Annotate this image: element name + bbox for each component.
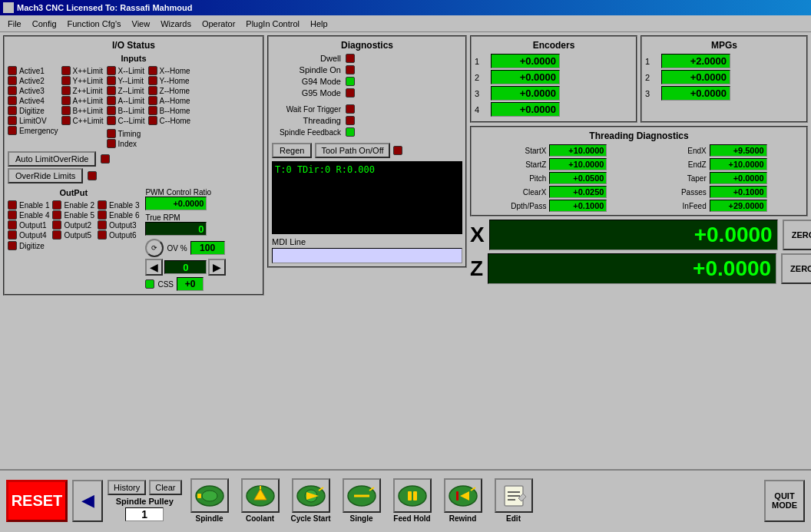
svg-point-13 [399, 486, 426, 506]
true-rpm-value[interactable] [145, 222, 207, 236]
bhome-label: B--Home [160, 107, 190, 115]
menu-wizards[interactable]: Wizards [156, 18, 196, 30]
coolant-tool-btn[interactable]: Coolant [237, 478, 283, 523]
regen-btn[interactable]: Regen [272, 143, 312, 158]
index-led [107, 139, 116, 148]
mpg3-num: 3 [645, 89, 657, 98]
override-limits-led [88, 171, 97, 180]
clearx-label: ClearX [475, 188, 548, 197]
ov-value[interactable] [190, 241, 225, 255]
x-zero-btn[interactable]: ZERO [783, 220, 811, 250]
reset-btn[interactable]: RESET [6, 480, 68, 522]
startx-value[interactable] [549, 144, 607, 157]
out1-led [8, 220, 17, 230]
menu-plugin-control[interactable]: PlugIn Control [241, 18, 304, 30]
spindle-tool-btn[interactable]: Spindle [187, 478, 233, 523]
infeed-value[interactable] [710, 200, 767, 212]
menu-help[interactable]: Help [306, 18, 333, 30]
bpp-label: B++Limit [73, 107, 103, 115]
dpthpass-value[interactable] [549, 200, 607, 212]
taper-label: Taper [645, 174, 708, 183]
app-icon [3, 2, 14, 13]
feed-hold-tool-btn[interactable]: Feed Hold [389, 478, 435, 523]
ov-increase-btn[interactable]: ▶ [208, 259, 226, 276]
mpg2-value[interactable] [661, 70, 730, 84]
z-value[interactable] [488, 253, 776, 284]
active4-label: Active4 [19, 97, 45, 105]
mpg2-num: 2 [645, 73, 657, 82]
xpp-label: X++Limit [73, 67, 103, 75]
emergency-led [8, 126, 17, 135]
css-value[interactable] [177, 277, 204, 291]
single-tool-btn[interactable]: Single [339, 478, 385, 523]
cycle-start-icon [292, 478, 330, 513]
app-label: A++Limit [73, 97, 103, 105]
spindle-pulley-label: Spindle Pulley [116, 497, 174, 506]
io-status-title: I/O Status [8, 40, 260, 51]
menu-view[interactable]: View [127, 18, 155, 30]
menu-operator[interactable]: Operator [197, 18, 240, 30]
amm-label: A--Limit [118, 97, 144, 105]
spindle-pulley-value[interactable] [125, 507, 164, 521]
title-text: Mach3 CNC Licensed To: Rassafi Mahmoud [17, 3, 192, 12]
enc2-value[interactable] [491, 70, 560, 84]
clear-btn[interactable]: Clear [149, 480, 181, 495]
z-zero-btn[interactable]: ZERO [781, 253, 811, 284]
mpg3-value[interactable] [661, 86, 730, 101]
threading-label: Threading [272, 116, 341, 125]
zpp-led [61, 86, 71, 95]
toolpath-led [393, 146, 402, 155]
endx-value[interactable] [710, 144, 767, 157]
bpp-led [61, 106, 71, 115]
yhome-led [148, 76, 157, 85]
ymm-label: Y--Limit [118, 77, 144, 85]
spindle-on-led [346, 65, 355, 74]
ypp-label: Y++Limit [73, 77, 103, 85]
edit-tool-btn[interactable]: Edit [491, 478, 537, 523]
taper-value[interactable] [710, 172, 767, 184]
g95-led [346, 88, 355, 97]
history-btn[interactable]: History [108, 480, 146, 495]
clearx-value[interactable] [549, 186, 607, 198]
css-led [145, 279, 154, 289]
enc1-value[interactable] [491, 54, 560, 68]
enc3-value[interactable] [491, 86, 560, 101]
passes-value[interactable] [710, 186, 767, 198]
input-col-4: X--Home Y--Home Z--Home A--Home B--Home … [148, 66, 191, 148]
g94-label: G94 Mode [272, 77, 341, 86]
pwm-value[interactable] [145, 197, 207, 210]
endz-value[interactable] [710, 158, 767, 170]
spindle-feedback-label: Spindle Feedback [272, 128, 341, 137]
zpp-label: Z++Limit [73, 87, 103, 95]
yhome-label: Y--Home [160, 77, 190, 85]
override-limits-btn[interactable]: OverRide Limits [8, 168, 83, 183]
timing-led [107, 129, 116, 138]
back-arrow-btn[interactable]: ◀ [72, 480, 103, 522]
auto-limit-override-btn[interactable]: Auto LimitOverRide [8, 151, 96, 167]
svg-rect-2 [197, 494, 201, 498]
cmm-label: C--Limit [118, 117, 145, 125]
menu-config[interactable]: Config [28, 18, 61, 30]
rewind-tool-btn[interactable]: Rewind [440, 478, 486, 523]
menu-bar: File Config Function Cfg's View Wizards … [0, 15, 811, 32]
menu-file[interactable]: File [3, 18, 26, 30]
reset-button-small[interactable]: ⟳ [145, 239, 164, 257]
wait-trigger-label: Wait For Trigger [272, 105, 341, 114]
pitch-value[interactable] [549, 172, 607, 184]
amm-led [107, 96, 116, 105]
quit-mode-btn[interactable]: QUITMODE [764, 480, 805, 522]
ov-decrease-btn[interactable]: ◀ [145, 259, 163, 276]
ov-display[interactable] [164, 260, 207, 274]
cycle-start-tool-btn[interactable]: Cycle Start [288, 478, 334, 523]
timing-label: Timing [118, 130, 141, 138]
active1-label: Active1 [19, 67, 45, 75]
input-col-3: X--Limit Y--Limit Z--Limit A--Limit B--L… [107, 66, 145, 148]
mpg1-value[interactable] [661, 54, 730, 68]
menu-function-cfgs[interactable]: Function Cfg's [63, 18, 126, 30]
startz-value[interactable] [549, 158, 607, 170]
mdi-input[interactable] [272, 248, 462, 263]
enc4-value[interactable] [491, 102, 560, 117]
x-value[interactable] [489, 220, 778, 250]
right-panel: Encoders 1 2 3 4 [470, 35, 808, 466]
toolpath-btn[interactable]: Tool Path On/Off [315, 143, 389, 158]
